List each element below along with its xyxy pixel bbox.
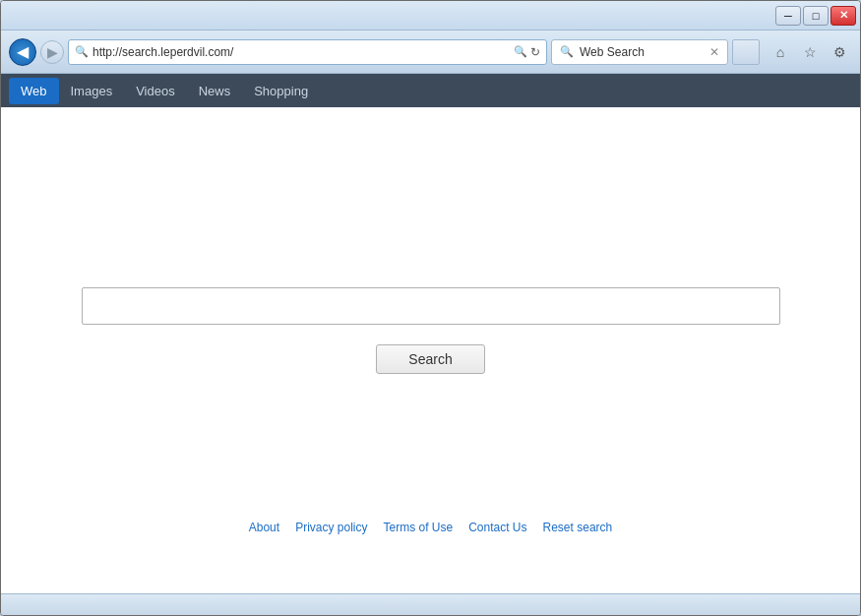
- minimize-button[interactable]: ─: [775, 6, 801, 26]
- status-bar: [1, 593, 860, 615]
- main-content: Search About Privacy policy Terms of Use…: [1, 107, 860, 593]
- new-tab-area: [732, 39, 760, 65]
- nav-bar: Web Images Videos News Shopping: [1, 74, 860, 107]
- search-input[interactable]: [82, 287, 780, 325]
- tab-close-button[interactable]: ✕: [709, 45, 719, 59]
- home-button[interactable]: ⌂: [768, 39, 793, 65]
- search-button[interactable]: Search: [376, 344, 484, 374]
- footer-link-about[interactable]: About: [249, 521, 279, 534]
- maximize-button[interactable]: □: [803, 6, 829, 26]
- forward-button[interactable]: ▶: [40, 40, 64, 64]
- footer-link-privacy[interactable]: Privacy policy: [295, 521, 367, 534]
- tab-icon: 🔍: [560, 45, 574, 58]
- footer-link-terms[interactable]: Terms of Use: [383, 521, 453, 534]
- toolbar-icons: ⌂ ☆ ⚙: [768, 39, 852, 65]
- refresh-button[interactable]: ↻: [530, 45, 540, 59]
- browser-window: ─ □ ✕ ◀ ▶ 🔍 http://search.leperdvil.com/…: [0, 0, 861, 616]
- tab-box[interactable]: 🔍 Web Search ✕: [551, 39, 728, 65]
- footer-link-contact[interactable]: Contact Us: [468, 521, 526, 534]
- back-button[interactable]: ◀: [9, 38, 36, 66]
- title-bar: ─ □ ✕: [1, 1, 860, 31]
- close-button[interactable]: ✕: [830, 6, 856, 26]
- favorites-button[interactable]: ☆: [797, 39, 823, 65]
- address-dropdown-icon[interactable]: 🔍: [514, 45, 527, 58]
- nav-item-shopping[interactable]: Shopping: [242, 78, 320, 104]
- tab-title: Web Search: [580, 45, 702, 59]
- address-box[interactable]: 🔍 http://search.leperdvil.com/ 🔍 ↻: [68, 39, 547, 65]
- address-bar-area: ◀ ▶ 🔍 http://search.leperdvil.com/ 🔍 ↻ 🔍…: [1, 31, 860, 74]
- settings-button[interactable]: ⚙: [827, 39, 852, 65]
- window-controls: ─ □ ✕: [775, 6, 856, 26]
- address-text: http://search.leperdvil.com/: [92, 45, 511, 59]
- nav-item-images[interactable]: Images: [59, 78, 125, 104]
- nav-item-videos[interactable]: Videos: [124, 78, 187, 104]
- search-container: Search: [82, 287, 780, 374]
- nav-item-news[interactable]: News: [187, 78, 243, 104]
- nav-item-web[interactable]: Web: [9, 78, 59, 104]
- footer-link-reset[interactable]: Reset search: [543, 521, 613, 534]
- address-search-icon: 🔍: [75, 45, 89, 58]
- footer-links: About Privacy policy Terms of Use Contac…: [249, 521, 612, 534]
